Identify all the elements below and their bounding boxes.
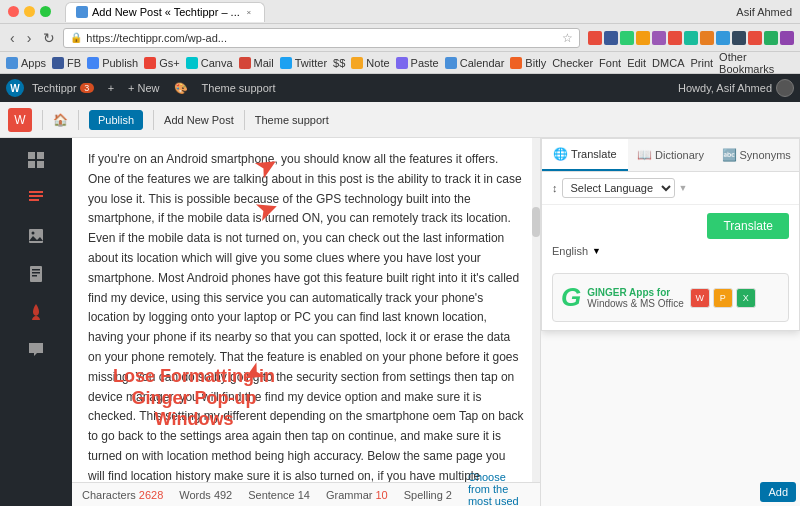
bookmark-dollar-label: $$ — [333, 57, 345, 69]
editor-content[interactable]: If you're on an Android smartphone, you … — [72, 138, 540, 482]
editor-text[interactable]: If you're on an Android smartphone, you … — [88, 150, 524, 482]
status-spelling: Spelling 2 — [404, 489, 452, 501]
scrollbar-thumb[interactable] — [532, 207, 540, 237]
sidebar-dashboard[interactable] — [18, 142, 54, 178]
nav-ext-5 — [652, 31, 666, 45]
translate-button[interactable]: Translate — [707, 213, 789, 239]
forward-button[interactable]: › — [23, 28, 36, 48]
wp-site-name[interactable]: Techtippr 3 — [26, 74, 100, 102]
page-title-display: Add New Post — [164, 114, 234, 126]
wp-theme-support-label: Theme support — [202, 82, 276, 94]
characters-count: 2628 — [139, 489, 163, 501]
sidebar-pages[interactable] — [18, 256, 54, 292]
minimize-button[interactable] — [24, 6, 35, 17]
wp-customize[interactable]: 🎨 — [168, 74, 194, 102]
ginger-language-row: ↕ Select Language ▼ — [542, 172, 799, 205]
tab-label: Add New Post « Techtippr – ... — [92, 6, 240, 18]
bookmark-mail[interactable]: Mail — [239, 57, 274, 69]
svg-rect-13 — [32, 275, 37, 277]
nav-ext-6 — [668, 31, 682, 45]
sidebar-posts[interactable] — [18, 180, 54, 216]
ginger-tab-translate[interactable]: 🌐 Translate — [542, 139, 628, 171]
bookmark-paste[interactable]: Paste — [396, 57, 439, 69]
fb-icon — [52, 57, 64, 69]
back-button[interactable]: ‹ — [6, 28, 19, 48]
close-button[interactable] — [8, 6, 19, 17]
add-button[interactable]: Add — [760, 482, 796, 502]
wp-theme-support[interactable]: Theme support — [196, 74, 282, 102]
bookmark-fb[interactable]: FB — [52, 57, 81, 69]
synonyms-tab-label: Synonyms — [740, 149, 791, 161]
words-label: Words — [179, 489, 211, 501]
bookmark-publish-label: Publish — [102, 57, 138, 69]
office-excel-icon: X — [736, 288, 756, 308]
address-bar[interactable]: 🔒 https://techtippr.com/wp-ad... ☆ — [63, 28, 580, 48]
bookmark-font[interactable]: Font — [599, 57, 621, 69]
bookmark-mail-label: Mail — [254, 57, 274, 69]
bookmark-checker[interactable]: Checker — [552, 57, 593, 69]
svg-rect-10 — [30, 266, 42, 282]
svg-rect-1 — [37, 152, 44, 159]
ginger-ad-icons: W P X — [690, 288, 756, 308]
maximize-button[interactable] — [40, 6, 51, 17]
tab-close-button[interactable]: × — [244, 7, 254, 17]
bookmark-dollar[interactable]: $$ — [333, 57, 345, 69]
bookmark-canva[interactable]: Canva — [186, 57, 233, 69]
dictionary-icon: 📖 — [637, 148, 652, 162]
publish-button[interactable]: Publish — [89, 110, 143, 130]
nav-ext-2 — [604, 31, 618, 45]
translate-tab-label: Translate — [571, 148, 616, 160]
bookmark-dmca[interactable]: DMCA — [652, 57, 684, 69]
publish-icon — [87, 57, 99, 69]
post-status-icon: 🏠 — [53, 113, 68, 127]
svg-rect-4 — [29, 191, 43, 193]
bookmark-apps[interactable]: Apps — [6, 57, 46, 69]
wp-logo[interactable]: W — [6, 79, 24, 97]
bookmark-note-label: Note — [366, 57, 389, 69]
ginger-tab-dictionary[interactable]: 📖 Dictionary — [628, 139, 714, 171]
bookmark-apps-label: Apps — [21, 57, 46, 69]
scrollbar-track[interactable] — [532, 138, 540, 482]
sidebar-media[interactable] — [18, 218, 54, 254]
bookmark-bitly-label: Bitly — [525, 57, 546, 69]
ginger-ad-subtitle: Windows & MS Office — [587, 298, 684, 309]
language-select[interactable]: Select Language — [562, 178, 675, 198]
nav-ext-3 — [620, 31, 634, 45]
bookmark-print[interactable]: Print — [690, 57, 713, 69]
bitly-icon — [510, 57, 522, 69]
ginger-tab-synonyms[interactable]: 🔤 Synonyms — [713, 139, 799, 171]
browser-tab[interactable]: Add New Post « Techtippr – ... × — [65, 2, 265, 22]
english-label: English — [552, 245, 588, 257]
english-chevron-icon: ▼ — [592, 246, 601, 256]
characters-label: Characters — [82, 489, 136, 501]
nav-ext-11 — [748, 31, 762, 45]
svg-rect-11 — [32, 269, 40, 271]
status-grammar: Grammar 10 — [326, 489, 388, 501]
sidebar-comments[interactable] — [18, 332, 54, 368]
sidebar-flame[interactable] — [18, 294, 54, 330]
wp-plus-icon[interactable]: + — [102, 74, 120, 102]
bookmark-bitly[interactable]: Bitly — [510, 57, 546, 69]
address-text: https://techtippr.com/wp-ad... — [86, 32, 558, 44]
bookmark-calendar[interactable]: Calendar — [445, 57, 505, 69]
other-bookmarks-label[interactable]: Other Bookmarks — [719, 52, 794, 74]
synonyms-icon: 🔤 — [722, 148, 737, 162]
wp-new-button[interactable]: + New — [122, 74, 166, 102]
svg-point-8 — [32, 232, 35, 235]
refresh-button[interactable]: ↻ — [39, 28, 59, 48]
toolbar-separator-4 — [244, 110, 245, 130]
status-characters: Characters 2628 — [82, 489, 163, 501]
status-sentence: Sentence 14 — [248, 489, 310, 501]
bookmark-edit[interactable]: Edit — [627, 57, 646, 69]
nav-ext-9 — [716, 31, 730, 45]
ginger-ad-title: GINGER Apps for — [587, 287, 684, 298]
bookmark-gs[interactable]: Gs+ — [144, 57, 179, 69]
bookmark-publish[interactable]: Publish — [87, 57, 138, 69]
bookmark-twitter[interactable]: Twitter — [280, 57, 327, 69]
bookmark-checker-label: Checker — [552, 57, 593, 69]
calendar-icon — [445, 57, 457, 69]
mail-icon — [239, 57, 251, 69]
bookmark-star-icon[interactable]: ☆ — [562, 31, 573, 45]
words-count: 492 — [214, 489, 232, 501]
bookmark-note[interactable]: Note — [351, 57, 389, 69]
